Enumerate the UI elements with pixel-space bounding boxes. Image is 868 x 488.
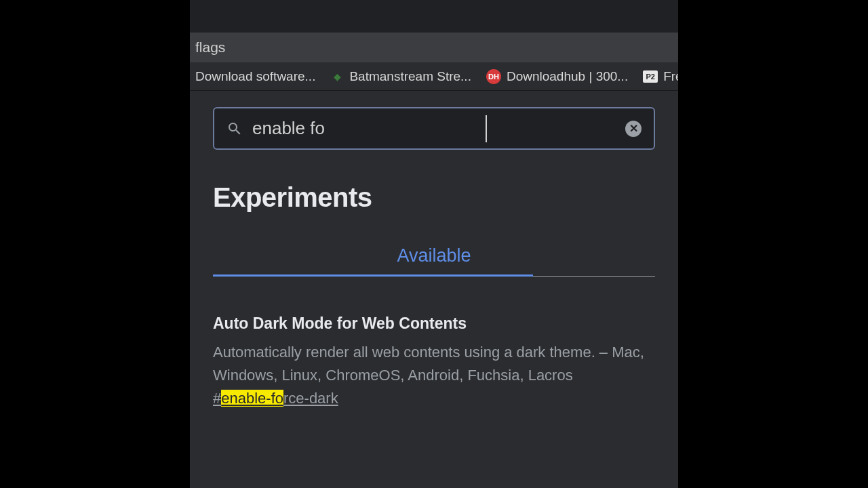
flag-item: Auto Dark Mode for Web Contents Automati… xyxy=(213,314,655,407)
text-caret xyxy=(486,115,487,142)
clear-search-icon[interactable]: ✕ xyxy=(625,121,642,137)
bookmark-label: Downloadhub | 300... xyxy=(507,69,628,84)
bookmark-item[interactable]: ◆ Batmanstream Stre... xyxy=(330,69,471,84)
address-bar[interactable]: flags xyxy=(190,33,678,62)
page-title: Experiments xyxy=(213,182,655,213)
bookmark-item[interactable]: DH Downloadhub | 300... xyxy=(486,69,628,84)
bookmark-favicon: P2 xyxy=(643,70,658,83)
search-box[interactable]: ✕ xyxy=(213,107,655,150)
tab-available[interactable]: Available xyxy=(213,245,655,276)
url-text: flags xyxy=(195,39,225,56)
flag-hash-suffix: rce-dark xyxy=(283,390,338,407)
tab-strip xyxy=(190,0,678,33)
page-content: ✕ Experiments Available Auto Dark Mode f… xyxy=(190,91,678,407)
tabs: Available xyxy=(213,245,655,277)
search-icon xyxy=(226,121,243,137)
bookmark-item[interactable]: P2 Free live xyxy=(643,69,678,84)
bookmark-label: Download software... xyxy=(195,69,315,84)
flag-title: Auto Dark Mode for Web Contents xyxy=(213,314,655,333)
search-input[interactable] xyxy=(252,118,616,139)
flag-hash[interactable]: #enable-force-dark xyxy=(213,390,655,407)
flag-hash-highlight: enable-fo xyxy=(221,390,283,407)
flag-hash-prefix: # xyxy=(213,390,221,407)
flag-description: Automatically render all web contents us… xyxy=(213,341,655,387)
bookmark-favicon: DH xyxy=(486,69,501,84)
bookmark-favicon: ◆ xyxy=(330,70,344,83)
browser-viewport: flags Download software... ◆ Batmanstrea… xyxy=(190,0,678,488)
bookmark-item[interactable]: Download software... xyxy=(195,69,315,84)
bookmark-label: Batmanstream Stre... xyxy=(349,69,471,84)
bookmark-label: Free live xyxy=(663,69,678,84)
bookmarks-bar: Download software... ◆ Batmanstream Stre… xyxy=(190,62,678,91)
